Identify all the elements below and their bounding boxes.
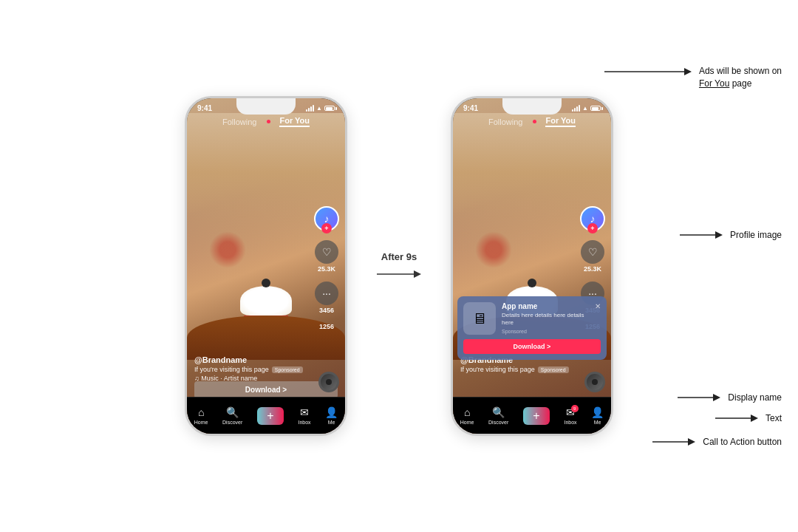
for-you-link: For You	[699, 78, 729, 89]
home-icon-before: ⌂	[198, 406, 204, 418]
annotation-text-label: Text	[765, 413, 782, 423]
annotation-cta-arrow	[652, 436, 697, 448]
download-bar-before: Download >	[194, 381, 338, 398]
status-icons-after: ▲	[572, 105, 601, 112]
svg-marker-3	[684, 68, 692, 75]
following-label[interactable]: Following	[222, 117, 256, 126]
create-icon-before: +	[257, 407, 284, 425]
nav-home-label-after: Home	[460, 420, 474, 425]
ad-card-top: 🖥 App name Details here details here det…	[463, 302, 601, 335]
signal-icon-after	[572, 105, 580, 112]
signal-icon	[306, 105, 314, 112]
ad-close-button[interactable]: ✕	[595, 302, 601, 310]
cupcake-frosting	[240, 286, 292, 316]
sponsored-badge-before: Sponsored	[272, 366, 303, 373]
annotation-profile-arrow	[680, 229, 724, 241]
phone-notch-after	[502, 98, 562, 115]
svg-marker-11	[688, 438, 695, 446]
nav-top-before: Following For You	[187, 116, 345, 127]
annotation-profile: Profile image	[680, 229, 782, 241]
follow-plus-badge-after[interactable]: +	[587, 223, 598, 233]
caption-after: If you're visiting this page Sponsored	[460, 366, 574, 373]
heart-icon-after: ♡	[581, 240, 604, 264]
time-after: 9:41	[463, 104, 478, 112]
nav-inbox-after[interactable]: ✉ 9 Inbox	[564, 406, 576, 425]
phone-screen-before: 9:41 ▲	[187, 98, 345, 434]
ad-download-button[interactable]: Download >	[463, 339, 601, 354]
annotation-text: Text	[715, 412, 782, 424]
like-button-after[interactable]: ♡ 25.3K	[581, 240, 604, 273]
status-icons-before: ▲	[306, 105, 335, 112]
ad-app-icon: 🖥	[463, 302, 496, 335]
profile-icon-after: 👤	[591, 406, 604, 418]
nav-me-label-after: Me	[594, 420, 601, 425]
nav-create-after[interactable]: +	[523, 407, 550, 425]
comment-button-before[interactable]: ··· 3456	[315, 282, 338, 314]
nav-discover-label-before: Discover	[222, 420, 242, 425]
nav-me-label-before: Me	[328, 420, 335, 425]
nav-discover-after[interactable]: 🔍 Discover	[488, 406, 508, 425]
phone-screen-after: 9:41 ▲	[453, 98, 611, 434]
create-icon-after: +	[523, 407, 550, 425]
annotation-cta: Call to Action button	[652, 436, 782, 448]
svg-marker-1	[414, 270, 421, 278]
svg-marker-5	[715, 231, 723, 239]
ad-app-name: App name	[502, 302, 589, 310]
annotation-for-you: Ads will be shown on For You page	[604, 65, 782, 90]
nav-home-before[interactable]: ⌂ Home	[194, 406, 208, 425]
heart-icon-before: ♡	[315, 240, 338, 264]
annotation-cta-text: Call to Action button	[703, 437, 782, 447]
annotation-display-name-text: Display name	[728, 392, 782, 403]
battery-icon-after	[590, 106, 601, 111]
inbox-icon-before: ✉	[300, 406, 309, 418]
ad-card: 🖥 App name Details here details here det…	[457, 296, 607, 360]
wifi-icon: ▲	[316, 105, 322, 112]
home-icon-after: ⌂	[464, 406, 470, 418]
dot-indicator	[267, 120, 270, 123]
nav-discover-before[interactable]: 🔍 Discover	[222, 406, 242, 425]
transition-arrow: After 9s	[369, 251, 429, 282]
phone-after: 9:41 ▲	[451, 96, 613, 436]
bottom-nav-after: ⌂ Home 🔍 Discover + ✉ 9 Inbox	[453, 397, 611, 434]
time-before: 9:41	[197, 104, 212, 112]
nav-home-after[interactable]: ⌂ Home	[460, 406, 474, 425]
annotation-for-you-arrow	[604, 65, 693, 78]
search-icon-before: 🔍	[226, 406, 239, 418]
profile-avatar-after[interactable]: ♪ +	[580, 206, 605, 231]
following-label-after[interactable]: Following	[488, 117, 522, 126]
for-you-label-after[interactable]: For You	[545, 116, 576, 127]
ad-sponsored-label: Sponsored	[502, 329, 589, 334]
nav-create-before[interactable]: +	[257, 407, 284, 425]
nav-me-before[interactable]: 👤 Me	[325, 406, 338, 425]
phone-before: 9:41 ▲	[185, 96, 347, 436]
svg-marker-7	[713, 394, 720, 401]
profile-avatar-before[interactable]: ♪ +	[314, 206, 339, 231]
nav-top-after: Following For You	[453, 116, 611, 127]
inbox-badge: 9	[571, 405, 579, 412]
nav-inbox-before[interactable]: ✉ Inbox	[298, 406, 310, 425]
download-button-before[interactable]: Download >	[194, 381, 338, 398]
dot-indicator-after	[533, 120, 536, 123]
music-disc-before	[318, 372, 339, 392]
share-button-before[interactable]: 1256	[319, 323, 334, 330]
ad-content: App name Details here details here detai…	[502, 302, 589, 334]
annotation-display-arrow	[678, 392, 722, 403]
annotation-display-name: Display name	[678, 392, 782, 403]
svg-marker-9	[751, 415, 758, 422]
ad-details-text: Details here details here details here	[502, 312, 589, 327]
right-actions-before: ♪ + ♡ 25.3K ··· 3456 1256	[314, 206, 339, 330]
for-you-label-before[interactable]: For You	[279, 116, 310, 127]
search-icon-after: 🔍	[492, 406, 505, 418]
music-disc-after	[584, 372, 605, 392]
bottom-info-before: @Brandname If you're visiting this page …	[194, 355, 308, 382]
nav-inbox-label-after: Inbox	[564, 420, 576, 425]
phone-notch-before	[236, 98, 296, 115]
follow-plus-badge[interactable]: +	[321, 223, 332, 233]
comment-icon-before: ···	[315, 282, 338, 305]
annotation-text-arrow	[715, 412, 760, 424]
username-before[interactable]: @Brandname	[194, 355, 308, 364]
like-button-before[interactable]: ♡ 25.3K	[315, 240, 338, 273]
nav-me-after[interactable]: 👤 Me	[591, 406, 604, 425]
bottom-nav-before: ⌂ Home 🔍 Discover + ✉ Inbox	[187, 397, 345, 434]
profile-icon-before: 👤	[325, 406, 338, 418]
